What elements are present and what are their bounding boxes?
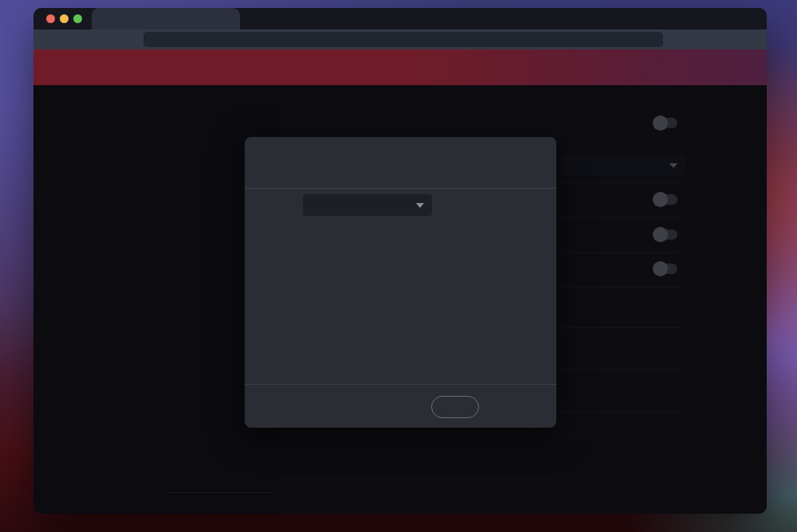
time-range-dropdown[interactable] [303, 194, 432, 216]
clear-data-button[interactable] [486, 396, 547, 418]
search-settings-icon[interactable] [742, 61, 756, 74]
clear-browsing-data-dialog [245, 137, 556, 428]
dropdown-arrow-icon [416, 203, 424, 208]
settings-favicon-icon [99, 14, 109, 24]
zoom-window-button[interactable] [73, 14, 82, 23]
address-bar[interactable] [143, 32, 663, 47]
brave-logo-icon [150, 34, 160, 45]
forward-button[interactable] [63, 33, 75, 45]
cancel-button[interactable] [431, 396, 479, 418]
close-window-button[interactable] [46, 14, 55, 23]
settings-content [33, 85, 767, 514]
brave-badge[interactable] [150, 34, 164, 45]
bat-rewards-icon[interactable] [645, 33, 657, 45]
dialog-tabs [245, 162, 556, 189]
shields-status-icon[interactable] [628, 34, 638, 45]
new-tab-button[interactable] [247, 13, 259, 25]
settings-header [33, 49, 767, 85]
nav-bar [33, 29, 767, 49]
tab-close-icon[interactable] [222, 14, 233, 24]
tab-settings[interactable] [92, 8, 240, 29]
bookmark-icon[interactable] [120, 33, 132, 45]
menu-hamburger-icon[interactable] [748, 33, 760, 45]
dialog-footer [245, 384, 556, 428]
reload-button[interactable] [84, 33, 96, 45]
dialog-checkbox-list [245, 221, 556, 384]
tab-bar [33, 8, 767, 29]
browser-window [33, 8, 767, 514]
back-button[interactable] [42, 33, 54, 45]
minimize-window-button[interactable] [60, 14, 69, 23]
